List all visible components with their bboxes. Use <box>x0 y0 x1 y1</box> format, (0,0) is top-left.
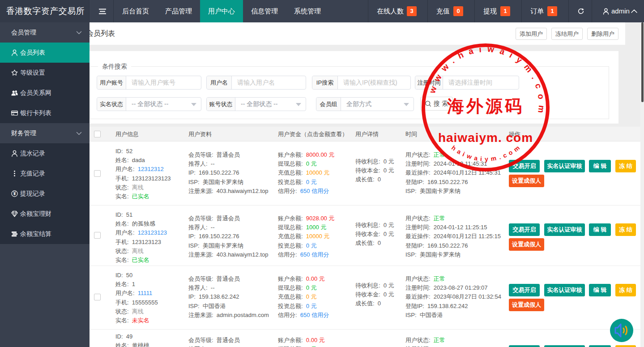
svg-text:¥: ¥ <box>13 191 16 196</box>
